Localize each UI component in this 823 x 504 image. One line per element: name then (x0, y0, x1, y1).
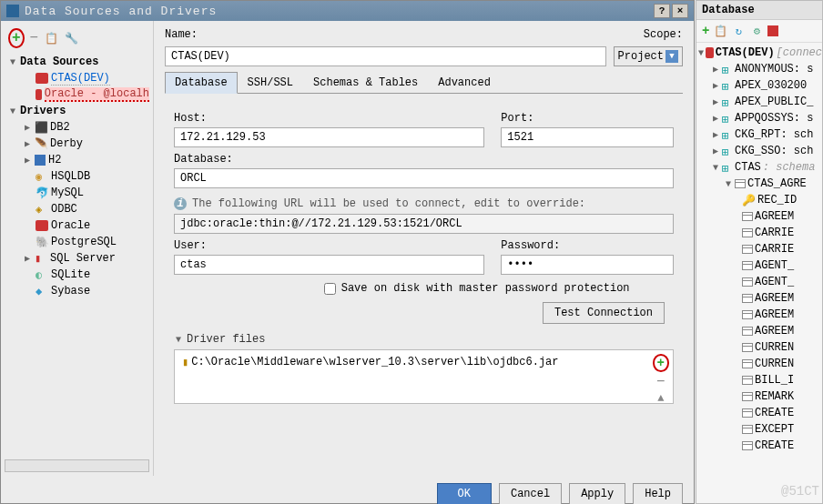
chevron-down-icon: ▼ (666, 50, 678, 63)
column-item[interactable]: AGENT_ (755, 259, 794, 272)
column-item[interactable]: CURREN (755, 358, 794, 370)
column-item[interactable]: EXCEPT (755, 423, 794, 436)
column-item[interactable]: REC_ID (757, 194, 797, 207)
scope-dropdown[interactable]: Project▼ (614, 46, 683, 66)
driver-db2[interactable]: DB2 (50, 121, 70, 134)
info-text: The following URL will be used to connec… (192, 197, 585, 210)
remove-icon[interactable]: − (30, 30, 39, 46)
port-input[interactable] (501, 127, 674, 147)
tree-item-ctas[interactable]: CTAS(DEV) (51, 72, 110, 86)
titlebar[interactable]: Data Sources and Drivers ? × (1, 1, 694, 21)
tab-database[interactable]: Database (165, 72, 238, 94)
driver-derby[interactable]: Derby (50, 137, 83, 150)
ok-button[interactable]: OK (437, 483, 492, 504)
help-button[interactable]: Help (633, 483, 683, 504)
driver-files-list[interactable]: ▮C:\Oracle\Middleware\wlserver_10.3\serv… (174, 349, 674, 404)
settings-icon[interactable]: 🔧 (64, 31, 78, 45)
name-input[interactable] (165, 46, 606, 66)
save-password-checkbox[interactable] (324, 283, 336, 295)
tab-schemas[interactable]: Schemas & Tables (303, 72, 428, 93)
remove-driver-icon[interactable]: − (656, 374, 666, 390)
driver-path[interactable]: C:\Oracle\Middleware\wlserver_10.3\serve… (191, 356, 558, 368)
cancel-button[interactable]: Cancel (499, 483, 562, 504)
user-input[interactable] (174, 255, 484, 275)
schema-item[interactable]: APPQOSSYS: s (735, 112, 813, 125)
hsqldb-icon: ◉ (36, 170, 48, 183)
table-item[interactable]: CTAS_AGRE (747, 177, 807, 190)
expand-icon[interactable]: ▶ (23, 122, 32, 133)
expand-icon[interactable]: ▼ (698, 48, 704, 58)
tab-ssh[interactable]: SSH/SSL (238, 72, 303, 93)
database-tree[interactable]: ▼CTAS(DEV)[connec ▶⊞ANONYMOUS: s ▶⊞APEX_… (696, 43, 822, 456)
tab-advanced[interactable]: Advanced (428, 72, 501, 93)
column-icon (742, 376, 753, 385)
column-item[interactable]: CARRIE (755, 243, 794, 256)
driver-sqlite[interactable]: SQLite (51, 268, 90, 281)
up-icon[interactable]: ▲ (657, 392, 664, 405)
column-item[interactable]: AGENT_ (755, 276, 794, 288)
expand-icon[interactable]: ▼ (724, 179, 733, 189)
column-item[interactable]: AGREEM (755, 308, 794, 321)
schema-item[interactable]: APEX_PUBLIC_ (735, 96, 813, 108)
driver-sqlserver[interactable]: SQL Server (50, 252, 116, 265)
expand-icon[interactable]: ▶ (711, 64, 720, 75)
copy-icon[interactable]: 📋 (44, 31, 58, 45)
expand-icon[interactable]: ▶ (711, 129, 720, 140)
close-icon[interactable]: × (672, 4, 688, 18)
db-copy-icon[interactable]: 📋 (713, 24, 727, 38)
expand-icon[interactable]: ▶ (23, 253, 32, 264)
drivers-header: Drivers (20, 105, 66, 117)
host-input[interactable] (174, 127, 484, 147)
schema-item[interactable]: ANONYMOUS: s (735, 63, 813, 76)
column-item[interactable]: CARRIE (755, 227, 794, 239)
db-refresh-icon[interactable]: ↻ (731, 24, 746, 38)
column-item[interactable]: REMARK (755, 390, 794, 403)
schema-item[interactable]: CKG_RPT: sch (735, 128, 813, 141)
url-input[interactable] (174, 214, 674, 234)
db-stop-icon[interactable] (767, 25, 778, 36)
add-driver-icon[interactable]: + (657, 356, 665, 370)
source-tree[interactable]: ▼Data Sources CTAS(DEV) Oracle - @localh… (5, 54, 149, 456)
watermark: @51CT (781, 484, 819, 499)
expand-icon[interactable]: ▼ (8, 57, 17, 67)
expand-icon[interactable]: ▶ (711, 80, 720, 91)
driver-postgres[interactable]: PostgreSQL (51, 236, 117, 248)
test-connection-button[interactable]: Test Connection (543, 302, 665, 324)
apply-button[interactable]: Apply (569, 483, 625, 504)
driver-odbc[interactable]: ODBC (51, 203, 77, 216)
collapse-icon[interactable]: ▼ (174, 335, 183, 345)
driver-sybase[interactable]: Sybase (51, 285, 90, 297)
driver-hsqldb[interactable]: HSQLDB (51, 170, 90, 183)
expand-icon[interactable]: ▶ (711, 146, 720, 156)
schema-item[interactable]: APEX_030200 (735, 79, 807, 92)
column-item[interactable]: BILL_I (755, 374, 794, 387)
expand-icon[interactable]: ▶ (711, 113, 720, 124)
schema-ctas[interactable]: CTAS (735, 161, 761, 174)
db-root[interactable]: CTAS(DEV) (716, 46, 775, 59)
horizontal-scrollbar[interactable] (5, 459, 149, 472)
driver-h2[interactable]: H2 (48, 154, 61, 166)
expand-icon[interactable]: ▶ (711, 96, 720, 107)
help-icon[interactable]: ? (654, 4, 670, 18)
column-item[interactable]: AGREEM (755, 210, 794, 223)
odbc-icon: ◈ (36, 203, 48, 216)
column-item[interactable]: CREATE (755, 439, 794, 452)
expand-icon[interactable]: ▼ (711, 163, 720, 173)
column-item[interactable]: CURREN (755, 341, 794, 354)
db-add-icon[interactable]: + (702, 24, 709, 38)
expand-icon[interactable]: ▶ (23, 138, 32, 149)
password-input[interactable] (501, 255, 674, 275)
tree-item-oracle-err[interactable]: Oracle - @localh (45, 87, 149, 102)
database-input[interactable] (174, 168, 674, 188)
column-item[interactable]: CREATE (755, 407, 794, 419)
db-filter-icon[interactable]: ⚙ (749, 24, 764, 38)
schema-icon: ⊞ (722, 146, 733, 156)
expand-icon[interactable]: ▶ (23, 155, 32, 166)
driver-mysql[interactable]: MySQL (51, 186, 84, 199)
driver-oracle[interactable]: Oracle (51, 219, 90, 232)
column-item[interactable]: AGREEM (755, 292, 794, 305)
column-item[interactable]: AGREEM (755, 325, 794, 338)
expand-icon[interactable]: ▼ (8, 106, 17, 116)
add-icon[interactable]: + (12, 30, 21, 46)
schema-item[interactable]: CKG_SSO: sch (735, 145, 813, 157)
